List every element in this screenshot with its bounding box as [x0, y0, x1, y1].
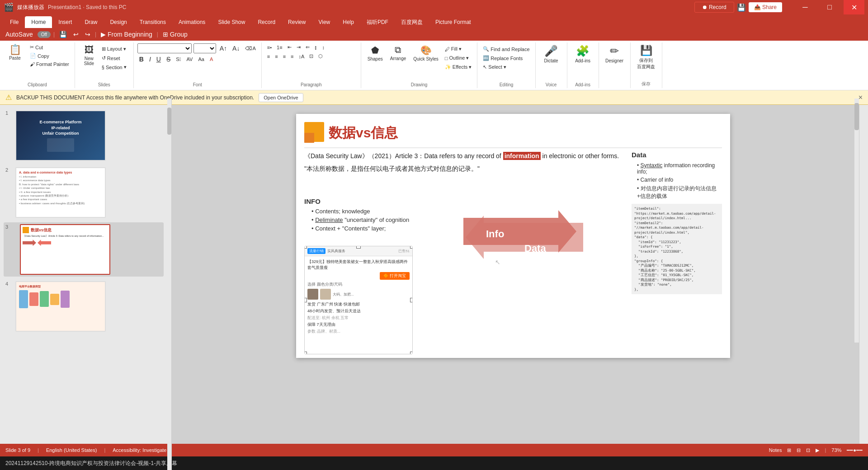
tab-animations[interactable]: Animations [172, 16, 212, 28]
justify-button[interactable]: ≡ [289, 53, 295, 60]
tab-transitions[interactable]: Transitions [133, 16, 172, 28]
notes-button[interactable]: Notes [769, 447, 782, 453]
data-bullet-1: • Syntaxtic information recording info; [637, 162, 722, 175]
tab-baiduwp[interactable]: 百度网盘 [395, 16, 429, 28]
section-button[interactable]: § Section ▾ [100, 63, 128, 71]
increase-indent-button[interactable]: ⇥ [295, 43, 302, 51]
bullets-button[interactable]: ≡• [265, 44, 274, 51]
view-sorter-button[interactable]: ⊟ [797, 447, 801, 453]
strikethrough-button[interactable]: S [165, 55, 172, 64]
group-button[interactable]: ⊞ Group [161, 30, 189, 39]
warning-icon: ⚠ [5, 93, 12, 102]
tab-picformat[interactable]: Picture Format [429, 16, 477, 28]
autosave-label: AutoSave [4, 30, 35, 39]
quick-styles-button[interactable]: 🎨 Quick Styles [410, 43, 441, 63]
slide-thumbnail-3[interactable]: 3 数据vs信息 《Data Security Law》Article 3: D… [4, 222, 164, 277]
designer-button[interactable]: ✏ Designer [603, 43, 626, 65]
shapes-button[interactable]: ⬟ Shapes [365, 43, 386, 63]
clear-format-button[interactable]: ⌫A [243, 45, 257, 52]
slide-thumbnail-1[interactable]: 1 E-commerce Platform IP-related Unfair … [4, 108, 164, 163]
tab-home[interactable]: Home [25, 16, 52, 28]
paste-button[interactable]: 📋 Paste [4, 43, 26, 62]
save-to-cloud-button[interactable]: 💾 [737, 3, 746, 12]
find-replace-button[interactable]: 🔍 Find and Replace [481, 45, 531, 53]
info-label: INFO [304, 197, 453, 205]
replace-fonts-button[interactable]: 🔤 Replace Fonts [481, 54, 531, 62]
open-onedrive-button[interactable]: Open OneDrive [259, 93, 303, 102]
copy-button[interactable]: 📄 Copy [28, 52, 71, 60]
rtl-button[interactable]: ⇐ [304, 43, 311, 51]
numbering-button[interactable]: 1≡ [275, 44, 284, 51]
tab-record[interactable]: Record [251, 16, 282, 28]
fill-icon: 🖊 [445, 47, 450, 52]
record-button[interactable]: ⏺ Record [694, 2, 734, 13]
open-taobao-button[interactable]: 🔶 打开淘宝 [380, 272, 410, 280]
smartart-button[interactable]: ⬡ [316, 52, 325, 60]
tab-fupdf[interactable]: 福听PDF [360, 16, 395, 28]
restore-button[interactable]: □ [819, 0, 840, 14]
redo-button[interactable]: ↪ [83, 30, 92, 39]
charspace-button[interactable]: AV [185, 56, 195, 63]
cut-button[interactable]: ✂ Cut [28, 43, 71, 51]
align-left-button[interactable]: ≡ [265, 53, 272, 60]
tab-file[interactable]: File [4, 16, 25, 28]
group-slides: 🖼 NewSlide ⊞ Layout ▾ ↺ Reset § Section … [75, 42, 134, 88]
arrange-button[interactable]: ⧉ Arrange [387, 43, 409, 62]
reset-button[interactable]: ↺ Reset [100, 54, 128, 62]
tab-help[interactable]: Help [336, 16, 360, 28]
minimize-button[interactable]: ─ [795, 0, 816, 14]
increase-font-button[interactable]: A↑ [218, 44, 229, 53]
drawing-label: Drawing [361, 82, 477, 87]
tab-draw[interactable]: Draw [78, 16, 104, 28]
case-button[interactable]: Aa [196, 56, 206, 63]
view-reading-button[interactable]: ⊡ [806, 447, 810, 453]
text-direction-button[interactable]: ↕A [297, 53, 306, 60]
underline-button[interactable]: U [155, 55, 163, 64]
tab-view[interactable]: View [312, 16, 336, 28]
addins-button[interactable]: 🧩 Add-ins [572, 43, 593, 65]
language-status: English (United States) [46, 447, 97, 453]
close-button[interactable]: ✕ [844, 0, 864, 14]
decrease-indent-button[interactable]: ⇤ [286, 43, 293, 51]
decrease-font-button[interactable]: A↓ [231, 44, 241, 53]
text-align-button[interactable]: ⊡ [307, 52, 315, 60]
undo-button[interactable]: ↩ [71, 30, 80, 39]
bold-button[interactable]: B [137, 55, 146, 64]
format-painter-button[interactable]: 🖌 Format Painter [28, 61, 71, 68]
share-button[interactable]: 📤 Share [749, 2, 782, 12]
save-baidu-icon: 💾 [640, 45, 652, 56]
tab-review[interactable]: Review [282, 16, 312, 28]
slide-thumbnail-2[interactable]: 2 A. data and e-commerce data types • I.… [4, 165, 164, 220]
shape-fill-button[interactable]: 🖊 Fill ▾ [443, 45, 473, 53]
save-qa-button[interactable]: 💾 [57, 30, 69, 39]
new-slide-icon: 🖼 [85, 45, 94, 55]
tab-design[interactable]: Design [104, 16, 133, 28]
columns-button[interactable]: ⫿ [313, 44, 319, 51]
delivery-time: 48小时内发货、预计后天送达 [307, 308, 410, 314]
zoom-slider-container[interactable]: ━━●━━ [847, 447, 863, 453]
font-color-button[interactable]: A [208, 56, 215, 63]
shape-effects-button[interactable]: ✨ Effects ▾ [443, 63, 473, 71]
tab-slideshow[interactable]: Slide Show [212, 16, 251, 28]
tab-insert[interactable]: Insert [52, 16, 78, 28]
slide-thumbnail-4[interactable]: 4 电商平台数据类型 [4, 279, 164, 334]
save-baidu-button[interactable]: 💾 保存到百度网盘 [634, 43, 658, 71]
font-family-select[interactable] [137, 43, 192, 53]
shadow-button[interactable]: S⃝ [174, 56, 183, 63]
new-slide-button[interactable]: 🖼 NewSlide [80, 43, 98, 67]
center-button[interactable]: ≡ [273, 53, 279, 60]
from-beginning-button[interactable]: ▶ From Beginning [99, 30, 154, 39]
notification-close-button[interactable]: × [859, 94, 863, 102]
autosave-toggle[interactable]: Off [38, 31, 51, 38]
shape-outline-button[interactable]: □ Outline ▾ [443, 54, 473, 62]
shapes-icon: ⬟ [371, 45, 379, 56]
font-size-select[interactable] [193, 43, 216, 53]
line-spacing-button[interactable]: ↕ [321, 44, 327, 51]
select-button[interactable]: ↖ Select ▾ [481, 63, 531, 71]
dictate-button[interactable]: 🎤 Dictate [542, 43, 561, 65]
italic-button[interactable]: I [147, 55, 153, 64]
view-normal-button[interactable]: ⊞ [787, 447, 791, 453]
slideshow-button[interactable]: ▶ [816, 447, 819, 453]
align-right-button[interactable]: ≡ [281, 53, 288, 60]
layout-button[interactable]: ⊞ Layout ▾ [100, 45, 128, 53]
